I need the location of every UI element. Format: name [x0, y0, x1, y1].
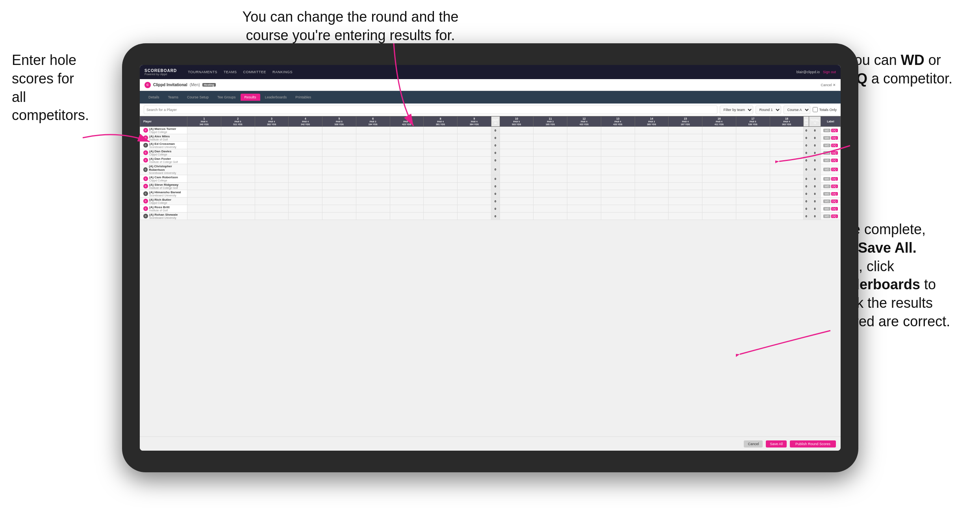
hole-13-cell[interactable] [601, 157, 635, 164]
hole-18-input[interactable] [771, 207, 803, 211]
hole-7-cell[interactable] [390, 164, 424, 175]
hole-1-input[interactable] [188, 168, 220, 171]
hole-11-cell[interactable] [534, 183, 567, 190]
hole-17-input[interactable] [737, 200, 769, 203]
hole-18-input[interactable] [771, 159, 803, 162]
hole-14-input[interactable] [636, 185, 668, 188]
hole-1-input[interactable] [188, 192, 220, 196]
hole-7-input[interactable] [391, 151, 423, 155]
hole-2-input[interactable] [222, 144, 254, 147]
hole-7-cell[interactable] [390, 183, 424, 190]
hole-10-cell[interactable] [500, 127, 534, 134]
hole-12-cell[interactable] [567, 142, 601, 149]
hole-14-cell[interactable] [635, 149, 669, 157]
hole-16-cell[interactable] [702, 157, 736, 164]
hole-8-cell[interactable] [424, 183, 458, 190]
hole-4-cell[interactable] [289, 127, 322, 134]
hole-11-cell[interactable] [534, 157, 567, 164]
hole-9-input[interactable] [458, 136, 490, 140]
hole-9-input[interactable] [458, 151, 490, 155]
hole-12-input[interactable] [568, 192, 600, 196]
hole-4-input[interactable] [289, 168, 321, 171]
dq-button[interactable]: DQ [831, 177, 838, 181]
hole-12-cell[interactable] [567, 134, 601, 142]
hole-8-cell[interactable] [424, 149, 458, 157]
hole-7-input[interactable] [391, 159, 423, 162]
hole-7-cell[interactable] [390, 198, 424, 205]
hole-5-cell[interactable] [322, 175, 356, 183]
hole-13-cell[interactable] [601, 149, 635, 157]
wd-button[interactable]: WD [823, 200, 830, 203]
hole-14-cell[interactable] [635, 127, 669, 134]
hole-9-input[interactable] [458, 168, 490, 171]
hole-10-input[interactable] [501, 185, 533, 188]
hole-16-input[interactable] [703, 177, 735, 181]
hole-18-cell[interactable] [770, 149, 804, 157]
hole-12-input[interactable] [568, 214, 600, 218]
hole-5-cell[interactable] [322, 142, 356, 149]
hole-18-cell[interactable] [770, 164, 804, 175]
tab-tee-groups[interactable]: Tee Groups [213, 94, 240, 101]
hole-1-cell[interactable] [187, 149, 221, 157]
hole-8-input[interactable] [424, 144, 456, 147]
tab-results[interactable]: Results [241, 94, 260, 101]
hole-14-cell[interactable] [635, 190, 669, 198]
hole-7-input[interactable] [391, 136, 423, 140]
dq-button[interactable]: DQ [831, 151, 838, 155]
hole-2-cell[interactable] [221, 213, 255, 220]
hole-9-input[interactable] [458, 200, 490, 203]
hole-16-input[interactable] [703, 129, 735, 132]
hole-5-cell[interactable] [322, 198, 356, 205]
hole-14-cell[interactable] [635, 175, 669, 183]
hole-10-cell[interactable] [500, 175, 534, 183]
hole-4-input[interactable] [289, 192, 321, 196]
hole-12-cell[interactable] [567, 198, 601, 205]
hole-2-cell[interactable] [221, 164, 255, 175]
hole-1-cell[interactable] [187, 127, 221, 134]
hole-15-cell[interactable] [669, 213, 702, 220]
hole-1-cell[interactable] [187, 164, 221, 175]
hole-9-cell[interactable] [458, 127, 491, 134]
hole-13-input[interactable] [602, 214, 634, 218]
hole-7-cell[interactable] [390, 190, 424, 198]
hole-1-cell[interactable] [187, 190, 221, 198]
hole-9-input[interactable] [458, 185, 490, 188]
hole-11-cell[interactable] [534, 175, 567, 183]
hole-11-input[interactable] [534, 214, 566, 218]
hole-9-cell[interactable] [458, 134, 491, 142]
hole-11-cell[interactable] [534, 198, 567, 205]
hole-16-cell[interactable] [702, 183, 736, 190]
hole-14-cell[interactable] [635, 157, 669, 164]
hole-9-cell[interactable] [458, 205, 491, 213]
hole-17-cell[interactable] [736, 183, 770, 190]
hole-5-cell[interactable] [322, 127, 356, 134]
hole-5-input[interactable] [323, 214, 355, 218]
hole-3-input[interactable] [256, 192, 288, 196]
hole-5-cell[interactable] [322, 149, 356, 157]
hole-5-input[interactable] [323, 159, 355, 162]
hole-4-input[interactable] [289, 136, 321, 140]
hole-1-cell[interactable] [187, 142, 221, 149]
hole-14-cell[interactable] [635, 134, 669, 142]
hole-4-cell[interactable] [289, 164, 322, 175]
hole-13-input[interactable] [602, 168, 634, 171]
hole-12-cell[interactable] [567, 175, 601, 183]
hole-15-cell[interactable] [669, 157, 702, 164]
hole-10-input[interactable] [501, 129, 533, 132]
hole-14-input[interactable] [636, 192, 668, 196]
hole-17-input[interactable] [737, 129, 769, 132]
hole-1-cell[interactable] [187, 134, 221, 142]
hole-3-cell[interactable] [255, 190, 289, 198]
hole-4-input[interactable] [289, 129, 321, 132]
hole-6-input[interactable] [357, 136, 389, 140]
hole-14-cell[interactable] [635, 164, 669, 175]
hole-7-input[interactable] [391, 129, 423, 132]
hole-4-input[interactable] [289, 151, 321, 155]
wd-button[interactable]: WD [823, 207, 830, 211]
hole-5-cell[interactable] [322, 134, 356, 142]
hole-2-cell[interactable] [221, 190, 255, 198]
hole-13-cell[interactable] [601, 205, 635, 213]
hole-1-input[interactable] [188, 136, 220, 140]
hole-3-cell[interactable] [255, 142, 289, 149]
hole-17-input[interactable] [737, 159, 769, 162]
